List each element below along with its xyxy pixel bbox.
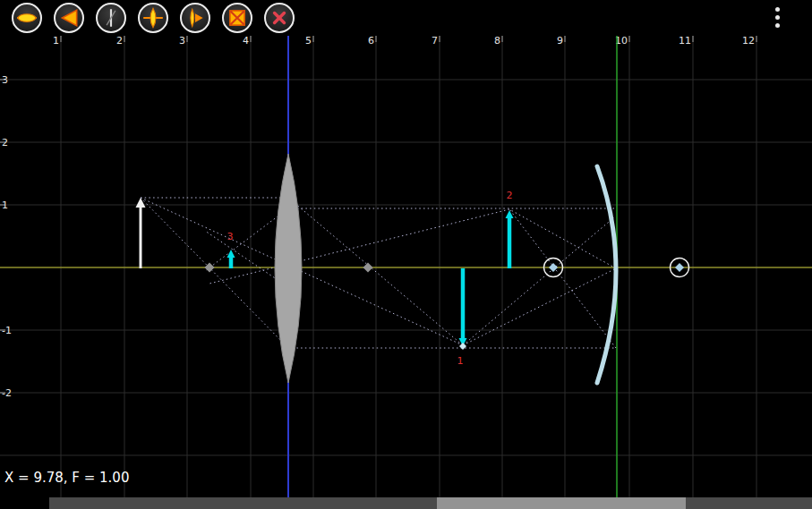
toolbar-button-prism[interactable] — [54, 3, 84, 33]
x-axis-label: 11 — [679, 35, 691, 47]
plane-mirror-icon — [99, 6, 123, 30]
converging-lens-icon — [141, 6, 165, 30]
toolbar-button-curved-mirror[interactable] — [222, 3, 252, 33]
concave-mirror[interactable] — [597, 166, 616, 383]
x-axis-label: 12 — [742, 35, 755, 47]
x-axis-label: 4 — [243, 35, 249, 47]
kebab-menu-icon — [775, 7, 780, 12]
image-arrow-2-head — [506, 210, 514, 218]
x-axis-label: 6 — [368, 35, 374, 47]
overflow-menu-button[interactable] — [771, 4, 784, 30]
toolbar-button-converging-lens[interactable] — [138, 3, 168, 33]
image-arrow-3-head — [227, 250, 235, 258]
x-axis-label: 7 — [432, 35, 438, 47]
toolbar-button-plane-mirror[interactable] — [96, 3, 126, 33]
x-axis-label: 8 — [494, 35, 500, 47]
x-axis-label: 9 — [557, 35, 563, 47]
horizontal-lens-icon — [15, 6, 38, 30]
toolbar-buttons — [12, 3, 295, 33]
toolbar-button-beam-source[interactable] — [180, 3, 210, 33]
x-axis-label: 3 — [179, 35, 185, 47]
y-axis-label: -1 — [2, 325, 12, 336]
toolbar-button-delete[interactable] — [264, 3, 295, 33]
object-arrow-head — [136, 198, 146, 208]
image-label-2: 2 — [507, 190, 513, 201]
light-ray — [509, 209, 616, 268]
light-ray — [463, 217, 614, 345]
light-ray — [509, 209, 616, 348]
status-readout: X = 9.78, F = 1.00 — [4, 470, 129, 486]
convex-lens[interactable] — [275, 154, 302, 383]
y-axis-label: -2 — [2, 387, 12, 399]
curved-mirror-icon — [226, 6, 249, 30]
bottom-navigation-bar — [49, 497, 812, 509]
image-label-1: 1 — [457, 355, 464, 367]
kebab-menu-icon — [775, 23, 780, 28]
y-axis-label: 3 — [2, 74, 8, 86]
x-axis-label: 1 — [53, 35, 59, 47]
light-ray — [463, 268, 616, 345]
light-ray — [141, 198, 288, 348]
image-point-marker — [459, 343, 466, 350]
y-axis-label: 1 — [2, 199, 8, 211]
kebab-menu-icon — [775, 15, 780, 20]
x-axis-label: 5 — [305, 35, 312, 47]
beam-source-icon — [184, 6, 207, 30]
toolbar-button-horizontal-lens[interactable] — [12, 3, 42, 33]
delete-icon — [268, 6, 291, 30]
app-window: 123456789101112321-1-2123 X = 9.78, F = … — [0, 0, 812, 509]
x-axis-label: 2 — [116, 35, 123, 47]
focal-point-marker[interactable] — [675, 263, 684, 272]
focal-point-marker[interactable] — [363, 263, 373, 273]
toolbar — [0, 0, 812, 36]
bottom-navigation-highlight[interactable] — [437, 497, 686, 509]
y-axis-label: 2 — [2, 137, 8, 148]
image-label-3: 3 — [227, 231, 234, 242]
prism-icon — [57, 6, 81, 30]
scene-canvas[interactable]: 123456789101112321-1-2123 — [0, 0, 812, 509]
